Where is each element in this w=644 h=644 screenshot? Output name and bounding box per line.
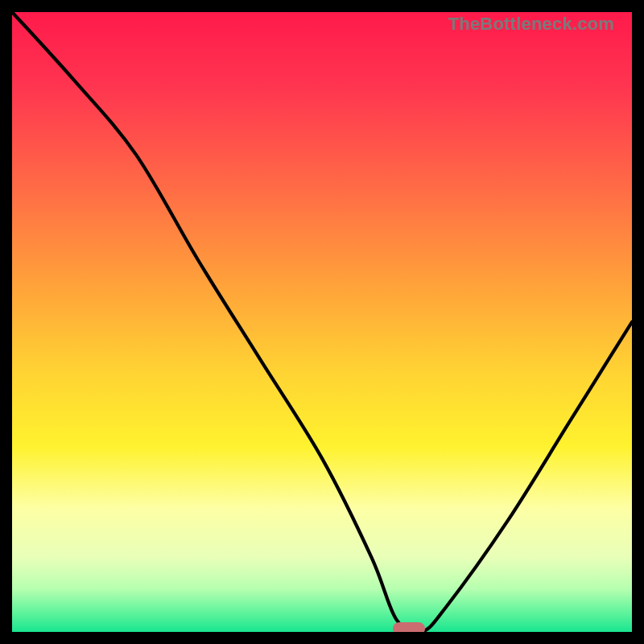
plot-area: TheBottleneck.com <box>12 12 632 632</box>
bottleneck-curve <box>12 12 632 632</box>
optimal-marker <box>393 622 425 632</box>
chart-frame: TheBottleneck.com <box>0 0 644 644</box>
